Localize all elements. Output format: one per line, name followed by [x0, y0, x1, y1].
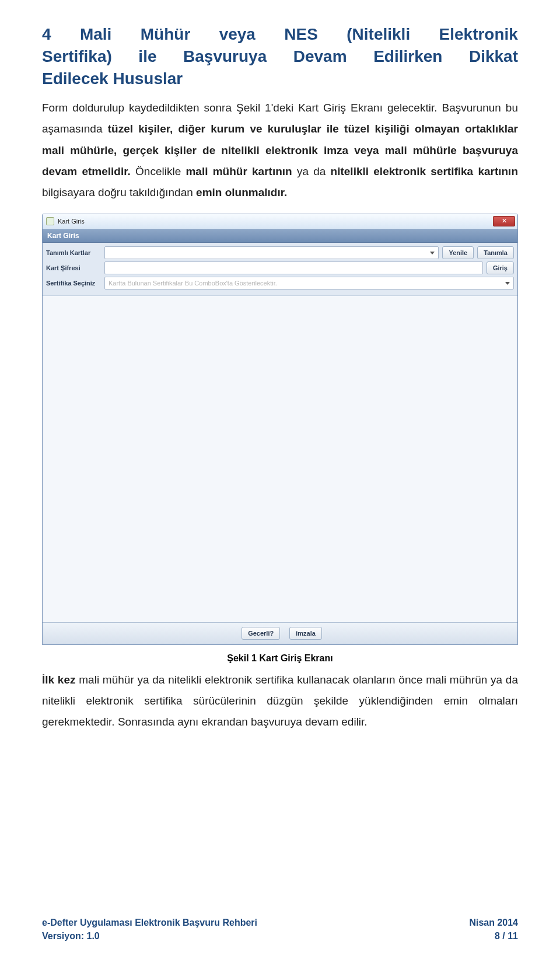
- row-tanimli-kartlar: Tanımlı Kartlar Yenile Tanımla: [46, 246, 514, 259]
- panel-header: Kart Giris: [43, 229, 517, 243]
- para1-tail-3: bilgisayara doğru takıldığından: [42, 186, 196, 198]
- window-title: Kart Giris: [58, 218, 85, 225]
- input-kart-sifresi[interactable]: [104, 261, 483, 274]
- yenile-button[interactable]: Yenile: [442, 246, 474, 259]
- footer-version: Versiyon: 1.0: [42, 930, 257, 943]
- heading-line-2: Sertifika)ileBaşvuruyaDevamEdilirkenDikk…: [42, 46, 518, 68]
- paragraph-2: İlk kez mali mühür ya da nitelikli elekt…: [42, 669, 518, 733]
- para2-body: mali mühür ya da nitelikli elektronik se…: [42, 674, 518, 728]
- para1-bold-4: emin olunmalıdır.: [196, 186, 287, 198]
- heading-line-1: 4MaliMühürveyaNES(NitelikliElektronik: [42, 23, 518, 46]
- footer-left: e-Defter Uygulaması Elektronik Başvuru R…: [42, 916, 257, 943]
- dropdown-sertifika-seciniz[interactable]: Kartta Bulunan Sertifikalar Bu ComboBox'…: [104, 277, 514, 290]
- bottom-bar: Gecerli? imzala: [43, 622, 517, 644]
- para2-lead-bold: İlk kez: [42, 674, 76, 686]
- section-heading: 4MaliMühürveyaNES(NitelikliElektronik Se…: [42, 23, 518, 89]
- imzala-button[interactable]: imzala: [289, 627, 322, 640]
- footer-doc-title: e-Defter Uygulaması Elektronik Başvuru R…: [42, 916, 257, 929]
- figure-caption: Şekil 1 Kart Giriş Ekranı: [42, 653, 518, 664]
- label-sertifika-seciniz: Sertifika Seçiniz: [46, 280, 104, 287]
- form-area: Tanımlı Kartlar Yenile Tanımla Kart Şifr…: [43, 243, 517, 295]
- footer-right: Nisan 2014 8 / 11: [469, 916, 518, 943]
- window-titlebar: Kart Giris ✕: [43, 214, 517, 229]
- para1-bold-3: nitelikli elektronik sertifika kartının: [331, 165, 518, 177]
- screenshot-window: Kart Giris ✕ Kart Giris Tanımlı Kartlar …: [42, 214, 518, 645]
- row-sertifika-seciniz: Sertifika Seçiniz Kartta Bulunan Sertifi…: [46, 277, 514, 290]
- heading-line-3: Edilecek Hususlar: [42, 68, 518, 90]
- close-button[interactable]: ✕: [493, 216, 515, 226]
- giris-button[interactable]: Giriş: [487, 261, 514, 274]
- row-kart-sifresi: Kart Şifresi Giriş: [46, 261, 514, 274]
- para1-tail-2: ya da: [297, 165, 331, 177]
- label-tanimli-kartlar: Tanımlı Kartlar: [46, 249, 104, 256]
- footer-page-number: 8 / 11: [469, 930, 518, 943]
- result-pane: [43, 295, 517, 622]
- tanimla-button[interactable]: Tanımla: [477, 246, 514, 259]
- para1-bold-2: mali mühür kartının: [186, 165, 292, 177]
- page-footer: e-Defter Uygulaması Elektronik Başvuru R…: [42, 916, 518, 943]
- app-icon: [46, 217, 54, 225]
- label-kart-sifresi: Kart Şifresi: [46, 264, 104, 271]
- para1-tail-1: Öncelikle: [135, 165, 186, 177]
- paragraph-1: Form doldurulup kaydedildikten sonra Şek…: [42, 97, 518, 203]
- sertifika-placeholder: Kartta Bulunan Sertifikalar Bu ComboBox'…: [105, 277, 513, 289]
- dropdown-tanimli-kartlar[interactable]: [104, 246, 439, 259]
- document-page: 4MaliMühürveyaNES(NitelikliElektronik Se…: [0, 0, 560, 959]
- footer-date: Nisan 2014: [469, 916, 518, 929]
- gecerli-button[interactable]: Gecerli?: [242, 627, 280, 640]
